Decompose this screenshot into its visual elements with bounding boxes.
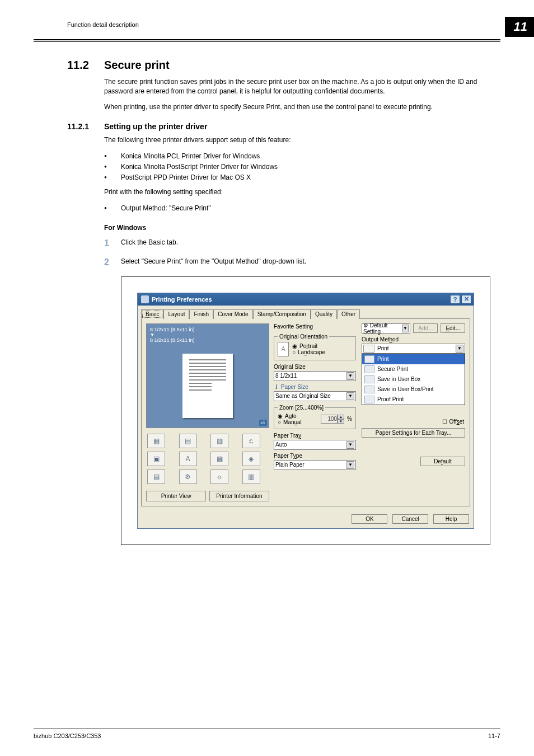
close-button[interactable]: ✕ (461, 295, 471, 304)
cancel-button[interactable]: Cancel (392, 514, 428, 524)
opt-icon[interactable]: ▣ (147, 452, 165, 466)
ok-button[interactable]: OK (352, 514, 387, 524)
for-windows-heading: For Windows (104, 224, 500, 232)
screenshot-container: Printing Preferences ? ✕ Basic Layout Fi… (121, 276, 490, 545)
offset-checkbox[interactable]: ☐ (442, 419, 447, 425)
tab-stamp-composition[interactable]: Stamp/Composition (253, 309, 311, 319)
zoom-legend: Zoom [25...400%] (278, 405, 325, 411)
tab-basic[interactable]: Basic (141, 309, 163, 319)
default-button[interactable]: Default (420, 457, 465, 466)
step-1: 1 Click the Basic tab. (104, 238, 500, 248)
tab-other[interactable]: Other (337, 309, 360, 319)
zoom-auto-radio[interactable]: ◉ Auto (278, 413, 302, 419)
zoom-group: Zoom [25...400%] ◉ Auto ○ Manual (274, 405, 356, 429)
opt-icon[interactable]: ▦ (147, 434, 165, 448)
subsection-intro: The following three printer drivers supp… (104, 135, 500, 145)
opt-icon[interactable]: ⎌ (242, 434, 260, 448)
app-icon (141, 295, 149, 303)
tab-finish[interactable]: Finish (189, 309, 213, 319)
print-with-text: Print with the following setting specifi… (104, 187, 500, 197)
page-preview: x1 (146, 344, 269, 428)
paper-type-select[interactable]: Plain Paper▼ (274, 460, 356, 470)
breadcrumb: Function detail description (34, 17, 139, 28)
copies-badge: x1 (259, 420, 267, 426)
tab-layout[interactable]: Layout (163, 309, 189, 319)
output-option-save-userbox-print[interactable]: Save in User Box/Print (362, 384, 465, 395)
printer-view-button[interactable]: Printer View (146, 491, 206, 501)
zoom-manual-radio[interactable]: ○ Manual (278, 419, 302, 425)
settings-list: Output Method: "Secure Print" (104, 203, 500, 214)
output-option-secure-print[interactable]: Secure Print (362, 364, 465, 374)
paper-tray-select[interactable]: Auto▼ (274, 440, 356, 450)
dialog-titlebar[interactable]: Printing Preferences ? ✕ (138, 293, 474, 306)
dialog-title: Printing Preferences (152, 296, 212, 303)
original-size-select[interactable]: 8 1/2x11▼ (274, 371, 356, 381)
output-method-dropdown[interactable]: Print Secure Print Save in User Box Save… (362, 354, 465, 405)
paper-settings-each-tray-button[interactable]: Paper Settings for Each Tray... (362, 428, 465, 438)
landscape-radio[interactable]: ○ Landscape (292, 349, 325, 355)
dialog-footer: OK Cancel Help (138, 510, 474, 528)
help-button[interactable]: Help (433, 514, 469, 524)
output-method-select[interactable]: Print ▼ (362, 344, 465, 354)
step-2: 2 Select "Secure Print" from the "Output… (104, 257, 500, 267)
output-option-print[interactable]: Print (362, 354, 465, 364)
offset-label: Offset (449, 419, 465, 425)
orientation-legend: Original Orientation (278, 334, 329, 340)
favorite-edit-button[interactable]: Edit... (441, 323, 465, 333)
opt-icon[interactable]: ☼ (210, 469, 228, 484)
driver-list: Konica Minolta PCL Printer Driver for Wi… (104, 151, 500, 184)
portrait-radio[interactable]: ◉ Portrait (292, 343, 325, 349)
zoom-spinner[interactable]: ▲▼ (321, 415, 345, 424)
footer-model: bizhub C203/C253/C353 (34, 732, 101, 739)
section-heading: 11.2Secure print (67, 59, 500, 72)
opt-icon[interactable]: ▥ (210, 434, 228, 448)
tab-bar: Basic Layout Finish Cover Mode Stamp/Com… (138, 306, 474, 318)
opt-icon[interactable]: ◈ (242, 452, 260, 466)
opt-icon[interactable]: ⚙ (179, 469, 197, 484)
opt-icon[interactable]: A (179, 452, 197, 466)
section-para: The secure print function saves print jo… (104, 77, 500, 97)
paper-type-label: Paper Type (274, 453, 356, 459)
orientation-group: Original Orientation A ◉ Portrait ○ Land… (274, 334, 356, 360)
output-option-save-userbox[interactable]: Save in User Box (362, 374, 465, 384)
opt-icon[interactable]: ▥ (242, 469, 260, 484)
printing-preferences-dialog: Printing Preferences ? ✕ Basic Layout Fi… (137, 293, 474, 529)
tab-cover-mode[interactable]: Cover Mode (213, 309, 252, 319)
subsection-heading: 11.2.1Setting up the printer driver (104, 122, 500, 131)
favorite-setting-label: Favorite Setting (274, 323, 313, 330)
paper-size-select[interactable]: Same as Original Size▼ (274, 391, 356, 401)
paper-tray-label: Paper Tray (274, 433, 356, 439)
paper-size-label: 🠗 Paper Size (274, 384, 356, 390)
opt-icon[interactable]: ▦ (210, 452, 228, 466)
preview-size-labels: 8 1/2x11 (8.5x11 in) ▼ 8 1/2x11 (8.5x11 … (146, 323, 269, 344)
section-para: When printing, use the printer driver to… (104, 102, 500, 112)
output-method-label: Output Method (362, 336, 465, 342)
output-option-proof-print[interactable]: Proof Print (362, 395, 465, 405)
favorite-setting-select[interactable]: ⚙ Default Setting▼ (362, 323, 410, 334)
chapter-number: 11 (505, 17, 534, 37)
opt-icon[interactable]: ▤ (179, 434, 197, 448)
favorite-add-button[interactable]: Add... (413, 323, 438, 333)
footer-page: 11-7 (488, 732, 500, 739)
original-size-label: Original Size (274, 364, 356, 370)
help-button[interactable]: ? (450, 295, 460, 304)
printer-information-button[interactable]: Printer Information (209, 491, 269, 501)
preview-option-icons: ▦ ▤ ▥ ⎌ ▣ A ▦ ◈ ▤ ⚙ ☼ ▥ (146, 431, 269, 486)
opt-icon[interactable]: ▤ (147, 469, 165, 484)
tab-quality[interactable]: Quality (311, 309, 337, 319)
orientation-icon: A (278, 342, 289, 356)
zoom-unit: % (347, 416, 352, 422)
